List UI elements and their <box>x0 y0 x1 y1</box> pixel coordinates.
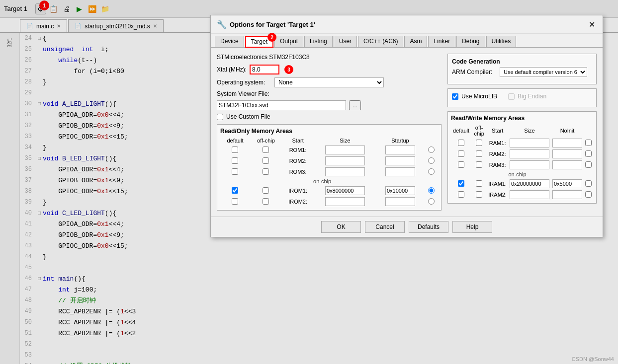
ram3-start[interactable] <box>510 160 549 169</box>
rom3-size[interactable] <box>385 167 415 176</box>
ram2-label: RAM2: <box>489 151 506 157</box>
table-row: ROM1: <box>220 145 438 155</box>
dialog-main-row: STMicroelectronics STM32F103C8 Xtal (MHz… <box>217 54 597 211</box>
use-microlib-checkbox[interactable] <box>452 93 458 100</box>
iram1-size[interactable] <box>552 179 582 188</box>
dialog-icon: 🔧 <box>217 20 227 29</box>
irom2-offchip[interactable] <box>263 198 269 205</box>
dtab-device[interactable]: Device <box>215 36 244 47</box>
ram3-noinit[interactable] <box>585 161 592 168</box>
ram1-start[interactable] <box>510 139 549 147</box>
col-noinit-rw: NoInit <box>551 124 584 138</box>
ram2-offchip[interactable] <box>476 150 482 157</box>
iram1-offchip[interactable] <box>476 180 482 187</box>
irom1-start[interactable] <box>325 186 365 195</box>
ram3-size[interactable] <box>552 160 582 169</box>
rom3-default[interactable] <box>232 168 238 175</box>
cancel-button[interactable]: Cancel <box>365 221 405 233</box>
ram2-start[interactable] <box>510 149 549 158</box>
table-row: RAM2: <box>451 148 593 159</box>
options-dialog: 🔧 Options for Target 'Target 1' ✕ Device… <box>210 15 603 237</box>
ok-button[interactable]: OK <box>321 221 361 233</box>
arm-compiler-select[interactable]: Use default compiler version 6 Use defau… <box>500 67 587 77</box>
dialog-title-text: Options for Target 'Target 1' <box>230 21 315 28</box>
ram2-noinit[interactable] <box>585 150 592 157</box>
irom1-default[interactable] <box>232 187 238 194</box>
device-label: STMicroelectronics STM32F103C8 <box>217 54 441 61</box>
iram2-offchip[interactable] <box>476 191 482 198</box>
xtal-input[interactable] <box>250 65 279 74</box>
use-custom-file-checkbox[interactable] <box>217 114 223 120</box>
iram1-start[interactable] <box>510 179 549 188</box>
microlib-row: Use MicroLIB Big Endian <box>452 93 592 100</box>
rom3-offchip[interactable] <box>263 168 269 175</box>
rom2-startup[interactable] <box>428 157 435 164</box>
iram1-noinit[interactable] <box>585 180 592 187</box>
col-size-ro: Size <box>314 137 376 145</box>
ram2-default[interactable] <box>458 150 464 157</box>
rom1-default[interactable] <box>232 146 238 153</box>
svf-browse-button[interactable]: ... <box>349 100 361 110</box>
iram2-default[interactable] <box>458 191 464 198</box>
irom2-startup[interactable] <box>428 198 435 205</box>
rom2-size[interactable] <box>385 156 415 165</box>
irom1-size[interactable] <box>385 186 415 195</box>
dtab-utilities[interactable]: Utilities <box>486 36 517 47</box>
irom1-startup[interactable] <box>428 187 435 194</box>
dtab-user[interactable]: User <box>334 36 357 47</box>
arm-compiler-label: ARM Compiler: <box>452 69 497 75</box>
rom1-size[interactable] <box>385 146 415 154</box>
svf-label: System Viewer File: <box>217 90 271 97</box>
help-button[interactable]: Help <box>452 221 492 233</box>
modal-overlay: 🔧 Options for Target 'Target 1' ✕ Device… <box>0 0 618 364</box>
iram2-start[interactable] <box>510 190 549 199</box>
rom1-start[interactable] <box>325 146 365 154</box>
col-start-ro: Start <box>282 137 314 145</box>
dtab-listing[interactable]: Listing <box>304 36 333 47</box>
ram3-offchip[interactable] <box>476 161 482 168</box>
rom2-default[interactable] <box>232 157 238 164</box>
ram1-default[interactable] <box>458 140 464 146</box>
dtab-asm[interactable]: Asm <box>404 36 427 47</box>
dtab-target[interactable]: 2 Target <box>245 36 273 48</box>
os-select[interactable]: None <box>274 77 384 87</box>
dtab-debug[interactable]: Debug <box>456 36 485 47</box>
code-gen-section: Code Generation ARM Compiler: Use defaul… <box>447 54 597 84</box>
ram2-size[interactable] <box>552 149 582 158</box>
readonly-memory-title: Read/Only Memory Areas <box>220 128 438 135</box>
ram3-label: RAM3: <box>489 162 506 168</box>
dialog-close-button[interactable]: ✕ <box>587 19 597 29</box>
rom2-offchip[interactable] <box>263 157 269 164</box>
readwrite-memory-table: default off-chip Start Size NoInit <box>451 124 593 200</box>
readonly-memory-table: default off-chip Start Size Startup <box>220 137 438 207</box>
dialog-title: 🔧 Options for Target 'Target 1' <box>217 20 315 29</box>
irom1-offchip[interactable] <box>263 187 269 194</box>
ram1-noinit[interactable] <box>585 140 592 146</box>
col-default-ro: default <box>220 137 250 145</box>
rom3-startup[interactable] <box>428 168 435 175</box>
irom2-default[interactable] <box>232 198 238 205</box>
svf-input[interactable] <box>217 100 346 110</box>
rom1-startup[interactable] <box>428 146 435 153</box>
big-endian-checkbox[interactable] <box>508 93 515 100</box>
ram1-offchip[interactable] <box>476 140 482 146</box>
irom2-start[interactable] <box>325 197 365 206</box>
rom2-start[interactable] <box>325 156 365 165</box>
iram2-size[interactable] <box>552 190 582 199</box>
iram1-default[interactable] <box>458 180 464 187</box>
dtab-output[interactable]: Output <box>274 36 303 47</box>
xtal-row: Xtal (MHz): 3 <box>217 65 441 74</box>
ram3-default[interactable] <box>458 161 464 168</box>
rom1-offchip[interactable] <box>263 146 269 153</box>
iram2-noinit[interactable] <box>585 191 592 198</box>
irom2-size[interactable] <box>385 197 415 206</box>
dtab-linker[interactable]: Linker <box>428 36 455 47</box>
rom3-label: ROM3: <box>289 169 307 175</box>
arm-compiler-row: ARM Compiler: Use default compiler versi… <box>452 67 592 77</box>
rom3-start[interactable] <box>325 167 365 176</box>
ram1-size[interactable] <box>552 139 582 147</box>
microlib-section: Use MicroLIB Big Endian <box>447 88 597 107</box>
dtab-c-cpp[interactable]: C/C++ (AC6) <box>358 36 403 47</box>
on-chip-label-rw: on-chip <box>451 170 584 178</box>
defaults-button[interactable]: Defaults <box>409 221 448 233</box>
